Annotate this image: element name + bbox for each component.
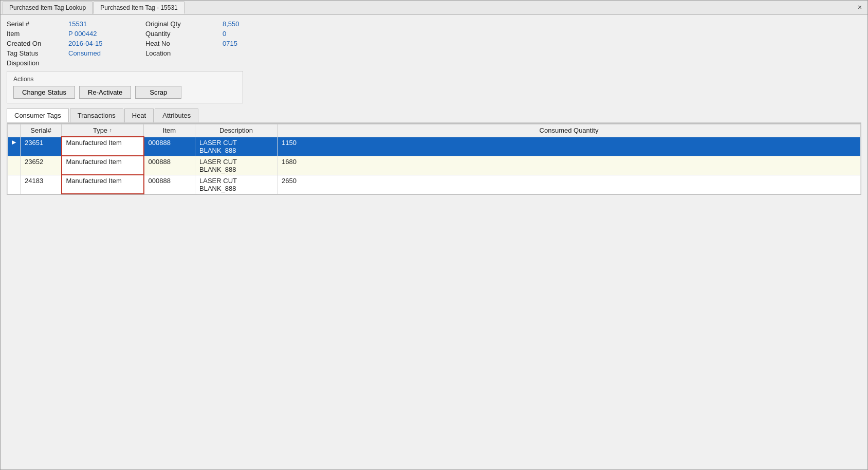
row-consumed-qty: 1680	[278, 156, 861, 175]
reactivate-button[interactable]: Re-Activate	[79, 86, 131, 99]
main-content: Serial # 15531 Original Qty 8,550 Item P…	[1, 15, 867, 469]
heat-no-value: 0715	[223, 40, 274, 47]
info-grid: Serial # 15531 Original Qty 8,550 Item P…	[7, 20, 861, 67]
row-indicator	[8, 175, 21, 194]
table-row[interactable]: ▶23651Manufactured Item000888LASER CUT B…	[8, 137, 861, 156]
disposition-label: Disposition	[7, 59, 68, 67]
main-window: Purchased Item Tag Lookup Purchased Item…	[0, 0, 868, 470]
th-type[interactable]: Type ↑	[62, 124, 144, 137]
th-item[interactable]: Item	[144, 124, 195, 137]
quantity-value: 0	[223, 30, 274, 38]
row-item: 000888	[144, 137, 195, 156]
location-label: Location	[145, 49, 223, 57]
type-sort-arrow: ↑	[109, 128, 112, 133]
item-value: P 000442	[68, 30, 145, 38]
table-row[interactable]: 23652Manufactured Item000888LASER CUT BL…	[8, 156, 861, 175]
consumer-tags-table-container: Serial# Type ↑ Item Description Consumed…	[7, 123, 861, 195]
item-label: Item	[7, 30, 68, 38]
row-consumed-qty: 2650	[278, 175, 861, 194]
row-type: Manufactured Item	[62, 175, 144, 194]
change-status-button[interactable]: Change Status	[13, 86, 75, 99]
row-item: 000888	[144, 175, 195, 194]
row-description: LASER CUT BLANK_888	[195, 156, 278, 175]
row-indicator: ▶	[8, 137, 21, 156]
serial-label: Serial #	[7, 20, 68, 28]
row-type: Manufactured Item	[62, 156, 144, 175]
consumer-tags-table: Serial# Type ↑ Item Description Consumed…	[7, 124, 861, 194]
subtab-attributes[interactable]: Attributes	[155, 109, 198, 122]
row-description: LASER CUT BLANK_888	[195, 175, 278, 194]
original-qty-value: 8,550	[223, 20, 274, 28]
row-item: 000888	[144, 156, 195, 175]
created-on-label: Created On	[7, 40, 68, 47]
scrap-button[interactable]: Scrap	[135, 86, 181, 99]
close-button[interactable]: ×	[855, 3, 864, 12]
row-type: Manufactured Item	[62, 137, 144, 156]
actions-section: Actions Change Status Re-Activate Scrap	[7, 71, 243, 103]
row-indicator	[8, 156, 21, 175]
tag-status-label: Tag Status	[7, 49, 68, 57]
tag-status-value: Consumed	[68, 49, 145, 57]
subtab-row: Consumer Tags Transactions Heat Attribut…	[7, 109, 861, 123]
heat-no-label: Heat No	[145, 40, 223, 47]
actions-buttons: Change Status Re-Activate Scrap	[13, 86, 236, 99]
th-description[interactable]: Description	[195, 124, 278, 137]
row-serial: 23652	[21, 156, 62, 175]
th-indicator	[8, 124, 21, 137]
table-header-row: Serial# Type ↑ Item Description Consumed…	[8, 124, 861, 137]
subtab-heat[interactable]: Heat	[124, 109, 154, 122]
row-serial: 23651	[21, 137, 62, 156]
row-serial: 24183	[21, 175, 62, 194]
created-on-value: 2016-04-15	[68, 40, 145, 47]
actions-label: Actions	[13, 76, 236, 83]
th-serial[interactable]: Serial#	[21, 124, 62, 137]
table-row[interactable]: 24183Manufactured Item000888LASER CUT BL…	[8, 175, 861, 194]
location-value	[223, 49, 274, 57]
disposition-value	[68, 59, 145, 67]
tab-bar: Purchased Item Tag Lookup Purchased Item…	[1, 1, 867, 15]
tab-purchased-item-tag-lookup[interactable]: Purchased Item Tag Lookup	[3, 2, 93, 14]
serial-value: 15531	[68, 20, 145, 28]
tab-purchased-item-tag-15531[interactable]: Purchased Item Tag - 15531	[94, 2, 184, 14]
th-consumed-qty[interactable]: Consumed Quantity	[278, 124, 861, 137]
original-qty-label: Original Qty	[145, 20, 223, 28]
row-description: LASER CUT BLANK_888	[195, 137, 278, 156]
subtab-transactions[interactable]: Transactions	[70, 109, 123, 122]
quantity-label: Quantity	[145, 30, 223, 38]
row-consumed-qty: 1150	[278, 137, 861, 156]
subtab-consumer-tags[interactable]: Consumer Tags	[7, 109, 69, 122]
